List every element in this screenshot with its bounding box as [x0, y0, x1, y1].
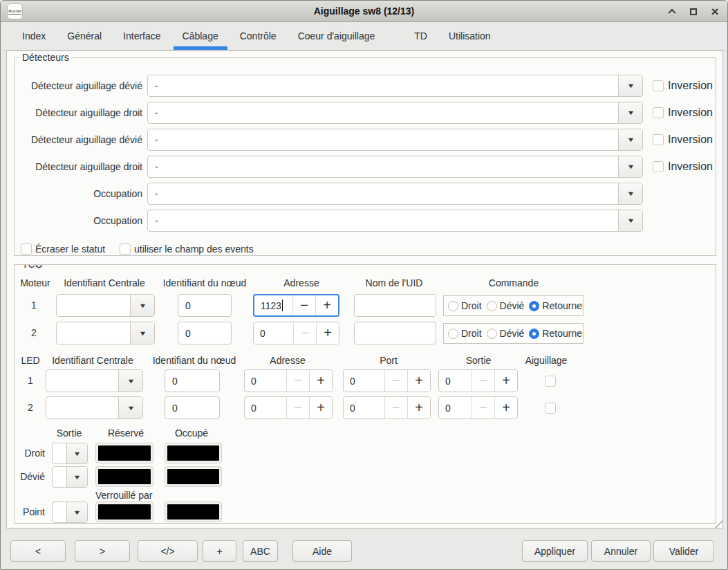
tab-general[interactable]: Général	[58, 22, 111, 50]
node-id-field[interactable]: 0	[165, 369, 220, 392]
inversion-checkbox[interactable]	[653, 107, 664, 118]
dropdown-button[interactable]: ▼	[618, 210, 642, 231]
close-icon[interactable]: ×	[709, 6, 720, 17]
help-button[interactable]: Aide	[292, 540, 352, 562]
minimize-icon[interactable]	[666, 6, 678, 17]
occupe-color-button[interactable]	[165, 502, 222, 522]
abc-button[interactable]: ABC	[243, 540, 278, 562]
uid-name-field[interactable]	[354, 322, 436, 344]
adresse-spinner-value[interactable]: 1123	[254, 295, 292, 315]
decrement-button[interactable]: −	[292, 295, 315, 315]
adresse-spinner[interactable]: 1123−+	[253, 294, 339, 317]
inversion-option[interactable]: Inversion	[653, 75, 713, 97]
reserve-color-button[interactable]	[95, 443, 153, 463]
inversion-option[interactable]: Inversion	[653, 102, 713, 124]
dropdown-button[interactable]: ▼	[66, 467, 87, 487]
radio-droit[interactable]	[448, 301, 458, 311]
sortie-mini-combo[interactable]: ▼	[52, 502, 88, 523]
decrement-button[interactable]: −	[384, 397, 407, 419]
option-utiliser-le-champ-des-events[interactable]: utiliser le champ des events	[120, 242, 254, 256]
increment-button[interactable]: +	[494, 397, 517, 419]
radio-devie[interactable]	[487, 329, 497, 339]
tab-td[interactable]: TD	[405, 22, 436, 50]
sortie-spinner-value[interactable]: 0	[439, 397, 472, 419]
increment-button[interactable]: +	[316, 322, 339, 344]
radio-droit[interactable]	[448, 329, 458, 339]
dropdown-button[interactable]: ▼	[66, 443, 87, 463]
reserve-color-button[interactable]	[95, 502, 153, 522]
next-button[interactable]: >	[75, 540, 130, 562]
uid-name-field[interactable]	[354, 294, 436, 317]
code-button[interactable]: </>	[138, 540, 198, 562]
detector-combo[interactable]: -▼	[147, 129, 643, 151]
inversion-option[interactable]: Inversion	[653, 156, 713, 178]
tab-controle[interactable]: Contrôle	[231, 22, 286, 50]
tab-index[interactable]: Index	[13, 22, 55, 50]
dropdown-button[interactable]: ▼	[618, 129, 642, 150]
increment-button[interactable]: +	[309, 370, 332, 392]
port-spinner[interactable]: 0−+	[343, 369, 431, 392]
cancel-button[interactable]: Annuler	[591, 540, 651, 562]
decrement-button[interactable]: −	[472, 397, 494, 419]
occupe-color-button[interactable]	[165, 466, 222, 487]
central-id-combo[interactable]: ▼	[56, 322, 155, 344]
ok-button[interactable]: Valider	[653, 540, 714, 562]
adresse-spinner-value[interactable]: 0	[245, 370, 286, 392]
central-id-combo[interactable]: ▼	[46, 396, 143, 419]
dropdown-button[interactable]: ▼	[66, 502, 87, 522]
port-spinner-value[interactable]: 0	[344, 370, 384, 392]
decrement-button[interactable]: −	[472, 370, 494, 392]
increment-button[interactable]: +	[309, 397, 332, 419]
adresse-spinner[interactable]: 0−+	[244, 369, 333, 392]
sortie-spinner[interactable]: 0−+	[438, 396, 518, 419]
resize-grip[interactable]	[713, 519, 722, 528]
occupe-color-button[interactable]	[165, 443, 222, 463]
tab-coeur-d-aiguillage[interactable]: Coeur d'aiguillage	[289, 22, 384, 50]
sortie-spinner-value[interactable]: 0	[439, 370, 472, 392]
central-id-combo[interactable]: ▼	[56, 294, 155, 317]
node-id-field[interactable]: 0	[178, 322, 232, 344]
dropdown-button[interactable]: ▼	[618, 183, 642, 204]
utiliser-le-champ-des-events-checkbox[interactable]	[120, 243, 131, 255]
tab-interface[interactable]: Interface	[114, 22, 169, 50]
aiguillage-checkbox[interactable]	[545, 376, 556, 387]
node-id-field[interactable]: 0	[165, 396, 220, 419]
sortie-mini-combo[interactable]: ▼	[52, 466, 88, 488]
increment-button[interactable]: +	[315, 295, 338, 315]
detector-combo[interactable]: -▼	[147, 75, 643, 97]
detector-combo[interactable]: -▼	[147, 102, 643, 124]
tab-utilisation[interactable]: Utilisation	[440, 22, 500, 50]
decrement-button[interactable]: −	[384, 370, 407, 392]
increment-button[interactable]: +	[494, 370, 517, 392]
increment-button[interactable]: +	[407, 397, 430, 419]
node-id-field[interactable]: 0	[178, 294, 232, 317]
ecraser-le-statut-checkbox[interactable]	[21, 243, 32, 255]
dropdown-button[interactable]: ▼	[130, 295, 154, 316]
reserve-color-button[interactable]	[95, 466, 153, 487]
apply-button[interactable]: Appliquer	[522, 540, 588, 562]
inversion-checkbox[interactable]	[653, 161, 664, 172]
decrement-button[interactable]: −	[293, 322, 316, 344]
port-spinner[interactable]: 0−+	[343, 396, 431, 419]
detector-combo[interactable]: -▼	[147, 183, 643, 205]
adresse-spinner[interactable]: 0−+	[244, 396, 333, 419]
adresse-spinner-value[interactable]: 0	[245, 397, 286, 419]
prev-button[interactable]: <	[10, 540, 66, 562]
dropdown-button[interactable]: ▼	[618, 156, 642, 177]
detector-combo[interactable]: -▼	[147, 210, 643, 232]
dropdown-button[interactable]: ▼	[118, 397, 142, 419]
decrement-button[interactable]: −	[286, 370, 309, 392]
inversion-checkbox[interactable]	[653, 80, 664, 91]
option-ecraser-le-statut[interactable]: Écraser le statut	[21, 242, 105, 256]
dropdown-button[interactable]: ▼	[118, 370, 142, 392]
sortie-spinner[interactable]: 0−+	[438, 369, 518, 392]
aiguillage-checkbox[interactable]	[545, 403, 556, 414]
decrement-button[interactable]: −	[286, 397, 309, 419]
detector-combo[interactable]: -▼	[147, 156, 643, 178]
port-spinner-value[interactable]: 0	[344, 397, 384, 419]
dropdown-button[interactable]: ▼	[618, 102, 642, 123]
sortie-mini-combo[interactable]: ▼	[52, 443, 88, 464]
inversion-option[interactable]: Inversion	[653, 129, 713, 151]
title-bar[interactable]: Rocrail Aiguillage sw8 (12/13) ×	[1, 1, 727, 22]
radio-devie[interactable]	[487, 301, 497, 311]
